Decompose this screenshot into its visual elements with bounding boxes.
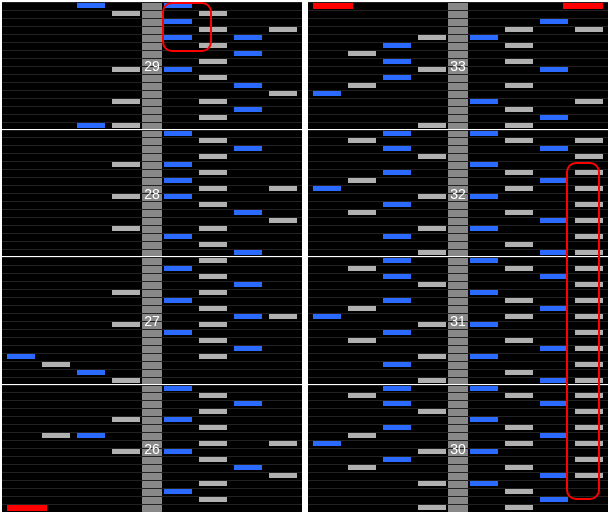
note[interactable]	[348, 210, 376, 215]
note[interactable]	[418, 194, 446, 199]
note[interactable]	[575, 27, 603, 32]
note[interactable]	[383, 43, 411, 48]
note[interactable]	[540, 274, 568, 279]
note[interactable]	[348, 178, 376, 183]
note[interactable]	[540, 19, 568, 24]
note[interactable]	[234, 314, 262, 319]
note[interactable]	[505, 393, 533, 398]
note[interactable]	[505, 298, 533, 303]
note[interactable]	[418, 481, 446, 486]
note[interactable]	[234, 35, 262, 40]
note[interactable]	[199, 258, 227, 263]
note[interactable]	[505, 242, 533, 247]
note[interactable]	[269, 218, 297, 223]
note[interactable]	[164, 194, 192, 199]
note[interactable]	[418, 154, 446, 159]
note[interactable]	[575, 154, 603, 159]
note[interactable]	[234, 282, 262, 287]
note[interactable]	[470, 99, 498, 104]
note[interactable]	[383, 258, 411, 263]
note[interactable]	[199, 425, 227, 430]
note[interactable]	[470, 354, 498, 359]
note[interactable]	[575, 138, 603, 143]
note[interactable]	[348, 433, 376, 438]
note[interactable]	[234, 346, 262, 351]
note[interactable]	[418, 409, 446, 414]
note[interactable]	[540, 346, 568, 351]
note[interactable]	[199, 354, 227, 359]
note[interactable]	[164, 417, 192, 422]
note[interactable]	[199, 322, 227, 327]
note[interactable]	[112, 162, 140, 167]
note[interactable]	[470, 322, 498, 327]
note[interactable]	[418, 67, 446, 72]
note[interactable]	[112, 378, 140, 383]
note[interactable]	[540, 67, 568, 72]
note[interactable]	[199, 274, 227, 279]
note[interactable]	[383, 386, 411, 391]
note[interactable]	[540, 178, 568, 183]
note[interactable]	[313, 91, 341, 96]
note[interactable]	[505, 425, 533, 430]
note[interactable]	[42, 362, 70, 367]
note[interactable]	[348, 306, 376, 311]
note[interactable]	[505, 505, 533, 510]
note[interactable]	[540, 306, 568, 311]
note[interactable]	[505, 489, 533, 494]
note[interactable]	[418, 322, 446, 327]
note[interactable]	[269, 441, 297, 446]
note[interactable]	[418, 449, 446, 454]
note[interactable]	[418, 226, 446, 231]
note[interactable]	[77, 370, 105, 375]
note[interactable]	[313, 3, 353, 9]
note[interactable]	[383, 75, 411, 80]
note[interactable]	[77, 123, 105, 128]
note[interactable]	[112, 322, 140, 327]
note[interactable]	[112, 194, 140, 199]
note[interactable]	[505, 43, 533, 48]
note[interactable]	[505, 266, 533, 271]
note[interactable]	[77, 3, 105, 8]
note[interactable]	[164, 449, 192, 454]
note[interactable]	[164, 266, 192, 271]
note[interactable]	[269, 314, 297, 319]
note[interactable]	[470, 258, 498, 263]
note[interactable]	[383, 298, 411, 303]
note[interactable]	[505, 123, 533, 128]
note[interactable]	[505, 107, 533, 112]
note[interactable]	[470, 194, 498, 199]
note[interactable]	[199, 242, 227, 247]
note[interactable]	[234, 146, 262, 151]
note[interactable]	[234, 401, 262, 406]
note[interactable]	[470, 35, 498, 40]
note[interactable]	[112, 417, 140, 422]
note[interactable]	[505, 186, 533, 191]
note[interactable]	[540, 115, 568, 120]
note[interactable]	[505, 170, 533, 175]
note[interactable]	[540, 378, 568, 383]
note[interactable]	[563, 3, 603, 9]
note[interactable]	[383, 425, 411, 430]
note[interactable]	[234, 210, 262, 215]
note[interactable]	[383, 146, 411, 151]
note[interactable]	[470, 449, 498, 454]
note[interactable]	[505, 27, 533, 32]
note[interactable]	[199, 409, 227, 414]
note[interactable]	[112, 67, 140, 72]
note[interactable]	[470, 386, 498, 391]
note[interactable]	[164, 234, 192, 239]
note[interactable]	[313, 186, 341, 191]
note[interactable]	[7, 354, 35, 359]
note[interactable]	[383, 234, 411, 239]
note[interactable]	[505, 441, 533, 446]
note[interactable]	[164, 162, 192, 167]
note[interactable]	[199, 170, 227, 175]
note[interactable]	[540, 218, 568, 223]
note[interactable]	[540, 401, 568, 406]
note[interactable]	[112, 11, 140, 16]
note[interactable]	[164, 330, 192, 335]
note[interactable]	[112, 123, 140, 128]
note[interactable]	[199, 59, 227, 64]
note[interactable]	[540, 473, 568, 478]
note[interactable]	[383, 59, 411, 64]
